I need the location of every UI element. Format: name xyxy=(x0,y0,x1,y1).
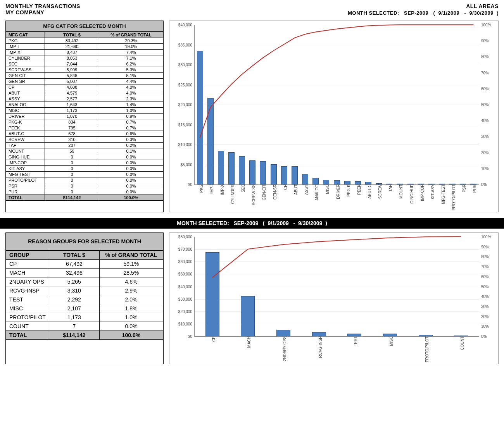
table-row: IMP-I21,68019.0% xyxy=(6,44,163,50)
y-left-tick: $40,000 xyxy=(178,23,195,27)
x-tick-label: MOUNT xyxy=(397,184,403,199)
mfg-cat-pareto-chart: $0$5,000$10,000$15,000$20,000$25,000$30,… xyxy=(169,21,499,212)
table-row: MOUNT590.1% xyxy=(6,148,163,154)
y-left-tick: $30,000 xyxy=(178,297,195,301)
table-row: GINGIHUE00.0% xyxy=(6,154,163,160)
table-row: DRIVER1,0700.9% xyxy=(6,114,163,119)
y-left-tick: $35,000 xyxy=(178,43,195,47)
y-left-tick: $15,000 xyxy=(178,122,195,127)
table-row: ANALOG1,6431.4% xyxy=(6,102,163,108)
y-right-tick: 100% xyxy=(479,23,491,27)
table-row: MISC1,1731.0% xyxy=(6,108,163,114)
table-row: PSR00.0% xyxy=(6,183,163,189)
mfg-cat-table-wrap: MFG CAT FOR SELECTED MONTH MFG CAT TOTAL… xyxy=(5,21,164,212)
x-tick-label: PKG-K xyxy=(344,184,350,196)
reason-groups-table-wrap: REASON GROUPS FOR SELECTED MONTH GROUP T… xyxy=(5,232,164,364)
y-right-tick: 80% xyxy=(479,55,489,59)
y-left-tick: $40,000 xyxy=(178,284,195,289)
col-total: TOTAL $ xyxy=(45,32,99,38)
y-left-tick: $20,000 xyxy=(178,103,195,107)
table-row: PEEK7950.7% xyxy=(6,125,163,131)
table-row: ASSY2,5772.3% xyxy=(6,96,163,102)
y-right-tick: 60% xyxy=(479,274,489,279)
x-tick-label: DRIVER xyxy=(333,184,340,199)
table-row: IMP-COP00.0% xyxy=(6,160,163,166)
x-tick-label: IMP-COP xyxy=(418,184,424,201)
x-tick-label: PSR xyxy=(460,184,466,193)
table-row: PKG-K8340.7% xyxy=(6,119,163,125)
x-tick-label: GEN-SR xyxy=(270,184,277,200)
x-tick-label: ASSY xyxy=(302,184,309,195)
table-total-row: TOTAL$114,142100.0% xyxy=(6,195,163,201)
x-tick-label: MACH xyxy=(245,336,251,348)
col-pct2: % of GRAND TOTAL xyxy=(99,251,163,260)
y-left-tick: $10,000 xyxy=(178,143,195,147)
x-tick-label: COUNT xyxy=(458,336,464,350)
col-mfg-cat: MFG CAT xyxy=(6,32,45,38)
y-left-tick: $5,000 xyxy=(180,162,195,167)
col-group: GROUP xyxy=(6,251,49,260)
col-total2: TOTAL $ xyxy=(49,251,99,260)
x-tick-label: KIT-ASY xyxy=(428,184,435,199)
x-tick-label: 2NDARY OPS xyxy=(280,336,287,361)
y-right-tick: 20% xyxy=(479,314,489,318)
table-row: MFG-TEST00.0% xyxy=(6,172,163,177)
y-right-tick: 80% xyxy=(479,255,489,259)
x-tick-label: SCREW-SS xyxy=(249,184,256,205)
table-row: KIT-ASY00.0% xyxy=(6,166,163,172)
month-selected: MONTH SELECTED: SEP-2009 ( 9/1/2009 - 9/… xyxy=(348,10,499,16)
x-tick-label: PEEK xyxy=(354,184,361,195)
x-tick-label: MISC xyxy=(323,184,330,194)
section-reason-groups: REASON GROUPS FOR SELECTED MONTH GROUP T… xyxy=(0,232,504,368)
areas-label: ALL AREAS xyxy=(348,3,499,9)
y-right-tick: 10% xyxy=(479,324,489,329)
table-row: ABUT-C6780.6% xyxy=(6,131,163,137)
table-row: PKG33,49229.3% xyxy=(6,38,163,44)
y-left-tick: $60,000 xyxy=(178,260,195,264)
y-left-tick: $0 xyxy=(188,334,195,339)
y-right-tick: 60% xyxy=(479,86,489,91)
section-mfg-cat: MFG CAT FOR SELECTED MONTH MFG CAT TOTAL… xyxy=(0,21,504,216)
table-row: 2NDARY OPS5,2654.6% xyxy=(6,277,163,286)
y-right-tick: 90% xyxy=(479,39,489,43)
mfg-cat-table: MFG CAT TOTAL $ % of GRAND TOTAL PKG33,4… xyxy=(6,32,163,201)
x-tick-label: SCREW xyxy=(376,184,382,199)
x-tick-label: PKG xyxy=(197,184,203,193)
table-row: CP4,6084.0% xyxy=(6,84,163,90)
y-right-tick: 20% xyxy=(479,150,489,155)
x-tick-label: PROTO/PILOT xyxy=(449,184,456,210)
y-right-tick: 70% xyxy=(479,71,489,75)
y-right-tick: 30% xyxy=(479,134,489,139)
table-total-row: TOTAL$114,142100.0% xyxy=(6,331,163,340)
mfg-cat-table-title: MFG CAT FOR SELECTED MONTH xyxy=(6,21,163,32)
report-header: MONTHLY TRANSACTIONS MY COMPANY ALL AREA… xyxy=(0,0,504,21)
y-right-tick: 50% xyxy=(479,284,489,289)
divider-month-bar: MONTH SELECTED: SEP-2009 ( 9/1/2009 - 9/… xyxy=(0,218,504,229)
table-row: PROTO/PILOT1,1731.0% xyxy=(6,313,163,322)
x-tick-label: IMP-I xyxy=(207,184,214,194)
y-right-tick: 40% xyxy=(479,119,489,123)
table-row: GEN-CIT5,8485.1% xyxy=(6,73,163,79)
x-tick-label: ABUT-C xyxy=(365,184,371,199)
y-right-tick: 10% xyxy=(479,166,489,170)
x-tick-label: GINGIHUE xyxy=(407,184,414,203)
y-left-tick: $80,000 xyxy=(178,235,195,239)
x-tick-label: CYLINDER xyxy=(228,184,235,204)
table-row: ABUT4,5794.0% xyxy=(6,90,163,96)
table-row: TAP2070.2% xyxy=(6,143,163,148)
table-row: MACH32,49628.5% xyxy=(6,269,163,277)
y-left-tick: $10,000 xyxy=(178,322,195,326)
y-right-tick: 100% xyxy=(479,235,491,239)
y-left-tick: $30,000 xyxy=(178,63,195,67)
reason-groups-pareto-chart: $0$10,000$20,000$30,000$40,000$50,000$60… xyxy=(169,232,499,364)
y-right-tick: 0% xyxy=(479,182,487,187)
table-row: SCREW3100.3% xyxy=(6,137,163,143)
report-title: MONTHLY TRANSACTIONS xyxy=(5,3,80,9)
x-tick-label: TEST xyxy=(351,336,358,346)
x-tick-label: ANALOG xyxy=(312,184,319,201)
x-tick-label: CP xyxy=(281,184,287,190)
x-tick-label: PUR xyxy=(470,184,477,193)
reason-groups-table: GROUP TOTAL $ % of GRAND TOTAL CP67,4925… xyxy=(6,250,163,340)
x-tick-label: MFG-TEST xyxy=(438,184,445,204)
table-row: CYLINDER8,0537.1% xyxy=(6,55,163,61)
